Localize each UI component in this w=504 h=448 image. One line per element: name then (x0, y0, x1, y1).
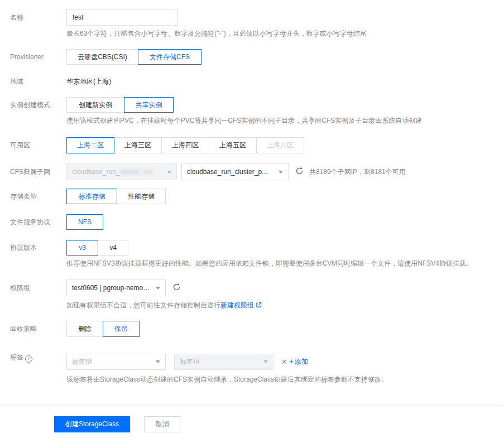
storage-type-button-group: 标准存储 性能存储 (66, 189, 166, 204)
instance-mode-help-text: 使用该模式创建的PVC，在挂载时每个PVC将共享同一CFS实例的不同子目录，共享… (66, 116, 504, 125)
form-row-protocol: 文件服务协议 NFS (0, 214, 504, 230)
subnet-select[interactable]: cloudbase_run_cluster_p... (181, 163, 289, 180)
zone-option-shanghai-2[interactable]: 上海二区 (66, 137, 114, 153)
remove-tag-button[interactable]: ✕ (281, 354, 287, 370)
version-option-v4[interactable]: v4 (98, 240, 128, 256)
form-row-tags: 标签i 标签键 标签值 ✕ +添加 该标签将由StorageClass动态创建的… (0, 349, 504, 384)
tag-value-select: 标签值 (174, 354, 273, 370)
form-row-reclaim-policy: 回收策略 删除 保留 (0, 321, 504, 337)
storage-type-option-standard[interactable]: 标准存储 (66, 189, 117, 204)
refresh-icon (172, 283, 181, 293)
protocol-label: 文件服务协议 (0, 214, 66, 230)
zone-option-shanghai-3[interactable]: 上海三区 (114, 137, 162, 153)
permission-group-help: 如现有权限组不合适，您可前往文件存储控制台进行新建权限组 (66, 301, 504, 310)
permission-group-select[interactable]: test0605 | pgroup-nemoq... (66, 280, 166, 296)
chevron-down-icon (167, 171, 171, 174)
reclaim-policy-button-group: 删除 保留 (66, 321, 140, 337)
chevron-down-icon (156, 360, 160, 363)
chevron-down-icon (156, 287, 160, 290)
zone-option-shanghai-5[interactable]: 上海五区 (209, 137, 257, 153)
storageclass-create-form: 名称 最长63个字符，只能包含小写字母、数字及分隔符("-")，且必须以小写字母… (0, 0, 504, 384)
subnet-label: CFS归属子网 (0, 163, 66, 180)
version-label: 协议版本 (0, 240, 66, 256)
instance-mode-option-new[interactable]: 创建新实例 (66, 97, 124, 113)
permission-group-refresh-button[interactable] (172, 280, 181, 296)
protocol-button-group: NFS (66, 214, 103, 230)
region-label: 地域 (0, 76, 66, 86)
tag-key-select[interactable]: 标签键 (66, 354, 166, 370)
subnet-ip-info: 共8189个子网IP，剩8181个可用 (309, 163, 406, 180)
form-row-provisioner: Provisioner 云硬盘CBS(CSI) 文件存储CFS (0, 49, 504, 65)
add-tag-button[interactable]: +添加 (289, 357, 308, 366)
subnet-select-value: cloudbase_run_cluster_p... (187, 168, 267, 176)
form-row-name: 名称 最长63个字符，只能包含小写字母、数字及分隔符("-")，且必须以小写字母… (0, 9, 504, 38)
reclaim-option-retain[interactable]: 保留 (103, 321, 140, 337)
form-row-subnet: CFS归属子网 cloudbase_run_cluster_xxx cloudb… (0, 163, 504, 180)
form-footer: 创建StorageClass 取消 (0, 406, 504, 432)
instance-mode-button-group: 创建新实例 共享实例 (66, 97, 174, 113)
provisioner-button-group: 云硬盘CBS(CSI) 文件存储CFS (66, 49, 201, 65)
form-row-instance-mode: 实例创建模式 创建新实例 共享实例 使用该模式创建的PVC，在挂载时每个PVC将… (0, 97, 504, 125)
name-label: 名称 (0, 9, 66, 26)
form-row-zone: 可用区 上海二区 上海三区 上海四区 上海五区 上海八区 (0, 137, 504, 153)
form-row-version: 协议版本 v3 v4 推荐使用NFSV3协议挂载获得更好的性能。如果您的应用依赖… (0, 240, 504, 268)
storage-type-option-performance[interactable]: 性能存储 (117, 189, 166, 204)
chevron-down-icon (279, 171, 283, 174)
create-storageclass-button[interactable]: 创建StorageClass (54, 416, 130, 432)
region-value: 华东地区(上海) (66, 78, 111, 85)
name-help-text: 最长63个字符，只能包含小写字母、数字及分隔符("-")，且必须以小写字母开头，… (66, 29, 504, 38)
reclaim-option-delete[interactable]: 删除 (66, 321, 103, 337)
tag-key-placeholder: 标签键 (72, 357, 92, 367)
cancel-button[interactable]: 取消 (144, 416, 180, 432)
provisioner-option-cbs[interactable]: 云硬盘CBS(CSI) (66, 49, 138, 65)
form-row-storage-type: 存储类型 标准存储 性能存储 (0, 189, 504, 204)
zone-option-shanghai-4[interactable]: 上海四区 (161, 137, 209, 153)
form-row-permission-group: 权限组 test0605 | pgroup-nemoq... (0, 280, 504, 310)
vpc-redacted-text: cluster_xxx (119, 168, 153, 176)
provisioner-option-cfs[interactable]: 文件存储CFS (138, 49, 201, 65)
tag-value-placeholder: 标签值 (180, 357, 200, 367)
refresh-icon (295, 167, 304, 177)
chevron-down-icon (263, 360, 268, 363)
tags-note-text: 该标签将由StorageClass动态创建的CFS实例自动继承，StorageC… (66, 375, 504, 384)
tags-label: 标签i (0, 349, 66, 365)
vpc-select: cloudbase_run_cluster_xxx (66, 163, 177, 180)
permission-group-value: test0605 | pgroup-nemoq... (72, 284, 151, 292)
zone-button-group: 上海二区 上海三区 上海四区 上海五区 上海八区 (66, 137, 304, 153)
version-button-group: v3 v4 (66, 240, 128, 256)
zone-label: 可用区 (0, 137, 66, 153)
protocol-option-nfs[interactable]: NFS (66, 214, 103, 230)
name-input[interactable] (66, 9, 178, 26)
version-option-v3[interactable]: v3 (66, 240, 98, 256)
form-row-region: 地域 华东地区(上海) (0, 76, 504, 86)
instance-mode-option-shared[interactable]: 共享实例 (124, 97, 174, 113)
reclaim-policy-label: 回收策略 (0, 321, 66, 337)
subnet-refresh-button[interactable] (295, 163, 304, 180)
instance-mode-label: 实例创建模式 (0, 97, 66, 113)
permission-group-label: 权限组 (0, 280, 66, 296)
plus-icon: + (289, 357, 294, 365)
vpc-select-value: cloudbase_run_cluster_xxx (72, 168, 153, 176)
provisioner-label: Provisioner (0, 49, 66, 65)
create-permission-group-link[interactable]: 新建权限组 (220, 301, 262, 309)
zone-option-shanghai-8: 上海八区 (256, 137, 304, 153)
external-link-icon (256, 301, 262, 310)
info-icon[interactable]: i (25, 355, 32, 363)
version-help-text: 推荐使用NFSV3协议挂载获得更好的性能。如果您的应用依赖文件锁，即需要使用多台… (66, 259, 504, 268)
permission-group-help-text: 如现有权限组不合适，您可前往文件存储控制台进行 (66, 301, 220, 309)
storage-type-label: 存储类型 (0, 189, 66, 204)
close-icon: ✕ (281, 358, 287, 366)
